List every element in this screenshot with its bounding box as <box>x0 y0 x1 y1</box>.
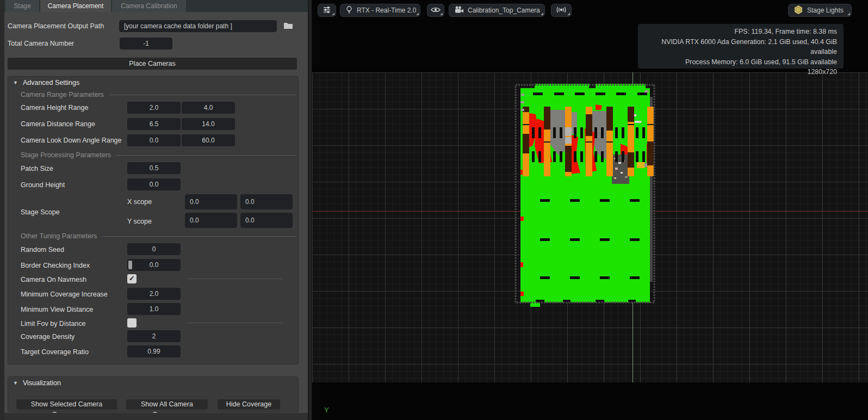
y-scope-min-field[interactable]: 0.0 <box>185 213 237 228</box>
panel-tabbar: Stage Camera Placement Camera Calibratio… <box>0 0 308 12</box>
viewport-canvas[interactable]: RTX - Real-Time 2.0 Calibration_Top_Came… <box>312 0 868 420</box>
border-checking-index-field[interactable]: 0.0 <box>127 259 181 271</box>
random-seed-field[interactable]: 0 <box>127 243 181 255</box>
minimum-view-distance-field[interactable]: 1.0 <box>127 303 181 315</box>
coverage-map <box>514 81 656 308</box>
random-seed-label: Random Seed <box>21 246 64 254</box>
total-camera-label: Total Camera Number <box>8 40 74 47</box>
section-divider <box>102 236 296 237</box>
stats-fps: FPS: 119.34, Frame time: 8.38 ms <box>644 27 837 37</box>
section-stage-processing: Stage Processing Parameters <box>21 151 296 159</box>
stats-process-memory: Process Memory: 6.0 GiB used, 91.5 GiB a… <box>644 57 837 67</box>
sliders-icon <box>323 5 331 16</box>
target-coverage-ratio-field[interactable]: 0.99 <box>127 345 181 357</box>
application-window: Stage Camera Placement Camera Calibratio… <box>0 0 868 420</box>
show-selected-coverage-button[interactable]: Show Selected Camera Coverage <box>16 399 117 410</box>
stage-lights-button[interactable]: Stage Lights <box>788 4 852 17</box>
visualization-title: Visualization <box>23 379 61 387</box>
panel-left-edge <box>0 0 4 420</box>
show-all-coverage-button[interactable]: Show All Camera Coverage <box>126 399 208 410</box>
stage-lights-icon <box>793 5 803 16</box>
tab-camera-calibration[interactable]: Camera Calibration <box>112 0 186 12</box>
total-camera-field[interactable]: -1 <box>120 38 172 50</box>
folder-icon[interactable] <box>283 22 293 32</box>
lightbulb-icon <box>345 5 353 16</box>
camera-distance-range-label: Camera Distance Range <box>21 120 95 128</box>
camera-distance-range-max-field[interactable]: 14.0 <box>182 118 235 130</box>
collapse-arrow-icon: ▼ <box>13 380 18 386</box>
camera-placement-panel: Stage Camera Placement Camera Calibratio… <box>0 0 308 420</box>
visualization-header[interactable]: ▼Visualization <box>13 379 61 387</box>
coverage-density-label: Coverage Density <box>21 333 75 341</box>
stage-lights-label: Stage Lights <box>807 7 844 14</box>
collapse-arrow-icon: ▼ <box>13 80 18 85</box>
camera-distance-range-min-field[interactable]: 6.5 <box>127 118 181 130</box>
camera-look-down-min-field[interactable]: 0.0 <box>127 134 181 146</box>
advanced-settings-title: Advanced Settings <box>23 79 79 87</box>
section-camera-range: Camera Range Parameters <box>21 91 296 98</box>
section-camera-range-label: Camera Range Parameters <box>21 91 104 98</box>
section-other-tuning: Other Tuning Parameters <box>21 232 296 240</box>
render-stats-overlay: FPS: 119.34, Frame time: 8.38 ms NVIDIA … <box>638 24 844 69</box>
panel-bottom-strip <box>0 413 308 420</box>
ground-height-label: Ground Height <box>21 181 65 189</box>
y-scope-max-field[interactable]: 0.0 <box>240 213 293 228</box>
patch-size-field[interactable]: 0.5 <box>127 162 181 174</box>
camera-on-navmesh-checkbox[interactable]: ✓ <box>127 274 137 283</box>
axis-gizmo-y-label: Y <box>324 406 329 414</box>
x-scope-label: X scope <box>127 198 152 206</box>
target-coverage-ratio-label: Target Coverage Ratio <box>21 348 89 356</box>
active-camera-button[interactable]: Calibration_Top_Camera <box>449 4 545 17</box>
section-stage-processing-label: Stage Processing Parameters <box>21 151 111 159</box>
output-path-field[interactable]: [your camera cache data folder path ] <box>119 20 277 32</box>
row-divider <box>188 279 283 279</box>
check-icon: ✓ <box>129 274 135 282</box>
camera-look-down-max-field[interactable]: 60.0 <box>182 134 235 146</box>
ground-height-field[interactable]: 0.0 <box>127 178 181 190</box>
eye-icon <box>431 7 441 15</box>
camera-height-range-label: Camera Height Range <box>21 104 88 112</box>
hide-coverage-button[interactable]: Hide Coverage <box>218 399 280 410</box>
stats-gpu-memory: NVIDIA RTX 6000 Ada Generation: 2.1 GiB … <box>644 37 837 57</box>
x-scope-max-field[interactable]: 0.0 <box>240 194 293 209</box>
slider-handle[interactable] <box>128 261 132 269</box>
place-cameras-button[interactable]: Place Cameras <box>8 58 297 70</box>
camera-icon <box>454 6 464 15</box>
live-sync-icon <box>556 6 567 15</box>
visibility-button[interactable] <box>427 4 444 17</box>
tab-stage[interactable]: Stage <box>5 0 39 12</box>
y-scope-label: Y scope <box>127 218 152 225</box>
stage-scope-label: Stage Scope <box>21 208 60 216</box>
x-scope-min-field[interactable]: 0.0 <box>185 194 237 209</box>
section-divider <box>116 155 296 156</box>
section-other-tuning-label: Other Tuning Parameters <box>21 232 97 240</box>
minimum-coverage-increase-field[interactable]: 2.0 <box>127 288 181 300</box>
minimum-coverage-increase-label: Minimum Coverage Increase <box>21 291 108 298</box>
patch-size-label: Patch Size <box>21 165 53 172</box>
viewport-settings-button[interactable] <box>318 4 336 17</box>
camera-on-navmesh-label: Camera On Navmesh <box>21 276 86 283</box>
limit-fov-by-distance-label: Limit Fov by Distance <box>21 320 85 328</box>
advanced-settings-header[interactable]: ▼Advanced Settings <box>13 79 79 87</box>
row-divider <box>188 323 283 323</box>
renderer-label: RTX - Real-Time 2.0 <box>357 7 416 14</box>
camera-height-range-min-field[interactable]: 2.0 <box>127 102 181 114</box>
tab-camera-placement[interactable]: Camera Placement <box>40 0 111 12</box>
minimum-view-distance-label: Minimum View Distance <box>21 306 93 313</box>
camera-height-range-max-field[interactable]: 4.0 <box>182 102 235 114</box>
camera-look-down-label: Camera Look Down Angle Range <box>21 137 122 144</box>
limit-fov-by-distance-checkbox[interactable] <box>127 318 137 328</box>
panel-splitter[interactable] <box>308 0 312 420</box>
section-divider <box>109 95 296 95</box>
stats-resolution: 1280x720 <box>644 67 837 77</box>
live-sync-button[interactable] <box>551 4 572 17</box>
renderer-button[interactable]: RTX - Real-Time 2.0 <box>340 4 420 17</box>
coverage-density-field[interactable]: 2 <box>127 330 181 342</box>
border-checking-index-label: Border Checking Index <box>21 262 90 269</box>
active-camera-label: Calibration_Top_Camera <box>468 7 540 14</box>
output-path-label: Camera Placement Output Path <box>8 22 104 30</box>
